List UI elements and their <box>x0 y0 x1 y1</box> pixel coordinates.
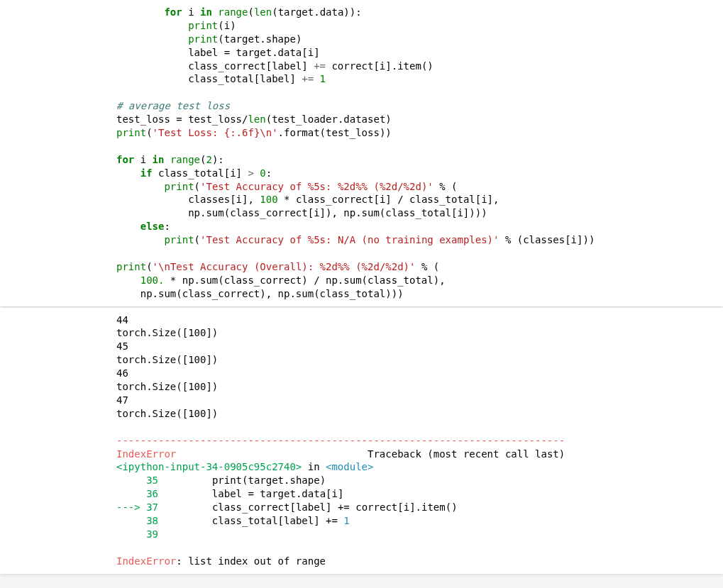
builtin-len: len <box>254 6 272 18</box>
keyword-else: else <box>140 221 165 232</box>
exception-name: IndexError <box>116 448 176 460</box>
exception-name-final: IndexError <box>116 555 176 567</box>
line-no-37: 37 <box>146 501 164 513</box>
builtin-range: range <box>212 6 248 18</box>
module-reference: <module> <box>326 461 373 472</box>
code-editor[interactable]: for i in range(len(target.data)): print(… <box>116 6 717 301</box>
keyword-if: if <box>140 167 153 179</box>
print-output: 44 torch.Size([100]) 45 torch.Size([100]… <box>116 314 218 419</box>
builtin-print: print <box>188 20 218 31</box>
comment: # average test loss <box>116 100 230 111</box>
line-no-39: 39 <box>116 528 164 540</box>
line-no-36: 36 <box>116 488 164 499</box>
string-literal: 'Test Loss: {:.6f}\n' <box>153 127 278 138</box>
cell-reference: <ipython-input-34-0905c95c2740> <box>116 461 302 472</box>
line-no-35: 35 <box>116 475 164 486</box>
traceback-label: Traceback (most recent call last) <box>368 448 565 460</box>
keyword-in: in <box>200 6 212 18</box>
output-area[interactable]: 44 torch.Size([100]) 45 torch.Size([100]… <box>0 308 723 574</box>
notebook: for i in range(len(target.data)): print(… <box>0 0 723 574</box>
code-cell[interactable]: for i in range(len(target.data)): print(… <box>0 0 723 306</box>
line-no-38: 38 <box>116 515 164 526</box>
traceback-separator: ----------------------------------------… <box>116 435 565 446</box>
keyword-for: for <box>164 6 182 18</box>
exception-message: : list index out of range <box>176 555 326 567</box>
stdout-output: 44 torch.Size([100]) 45 torch.Size([100]… <box>116 314 717 568</box>
current-frame-arrow: ---> <box>116 501 146 513</box>
